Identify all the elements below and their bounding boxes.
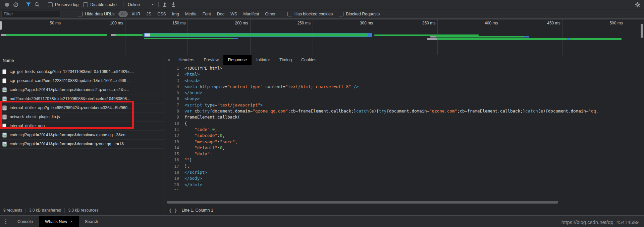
timeline-tick-label: 250 ms	[284, 21, 311, 25]
request-row[interactable]: cgi_personal_card?uin=1223411083&fupdate…	[0, 76, 164, 85]
timeline-tick-label: 450 ms	[534, 21, 560, 25]
clear-button[interactable]	[11, 1, 20, 9]
braces-icon: { }	[169, 208, 177, 213]
close-detail-button[interactable]: ×	[164, 55, 174, 65]
tab-timing[interactable]: Timing	[275, 55, 297, 65]
timeline-tick-label: 400 ms	[471, 21, 498, 25]
line-number: 14	[164, 145, 184, 151]
tab-headers[interactable]: Headers	[174, 55, 199, 65]
type-filter-manifest[interactable]: Manifest	[241, 11, 261, 17]
request-row[interactable]: code.cgi?appid=20141&platform=pc&domain=…	[0, 85, 164, 94]
type-filter-js[interactable]: JS	[144, 11, 154, 17]
drawer-menu-button[interactable]	[0, 216, 11, 227]
throttling-dropdown[interactable]: Online	[128, 2, 154, 7]
drawer-tab-bar: ConsoleWhat's New×Search	[0, 215, 644, 227]
timeline-gridline	[375, 19, 375, 55]
type-filter-all[interactable]: All	[118, 11, 128, 17]
request-table: Name cgi_get_feeds_count.cgi?uin=1223411…	[0, 55, 164, 205]
tab-initiator[interactable]: Initiator	[252, 55, 275, 65]
devtools-network-panel: Preserve log Disable cache Online	[0, 0, 644, 227]
status-bar: 9 requests3.0 kB transferred3.3 kB resou…	[0, 205, 644, 215]
img-file-icon	[2, 141, 7, 147]
timeline-tick-label: 150 ms	[159, 21, 185, 25]
request-row[interactable]: code.cgi?appid=20141&platform=pc&domain=…	[0, 140, 164, 149]
export-har-button[interactable]	[169, 1, 178, 9]
type-filter-ws[interactable]: WS	[228, 11, 239, 17]
throttling-value: Online	[128, 2, 140, 7]
type-filter-doc[interactable]: Doc	[215, 11, 227, 17]
line-number: 6	[164, 96, 184, 102]
line-number: 11	[164, 127, 184, 133]
waterfall-bar-green	[6, 34, 107, 36]
drawer-tab-what-s-new[interactable]: What's New×	[39, 216, 79, 227]
timeline-gridline	[625, 19, 625, 55]
request-name: cgi_get_feeds_count.cgi?uin=1223411083&r…	[10, 69, 134, 74]
hide-data-urls-label: Hide data URLs	[85, 12, 114, 16]
filter-toggle-button[interactable]	[24, 1, 33, 9]
red-highlight-annotation	[0, 101, 134, 129]
type-filter-xhr[interactable]: XHR	[129, 11, 143, 17]
drawer-tab-console[interactable]: Console	[11, 216, 39, 227]
line-number: 13	[164, 139, 184, 145]
drawer-tab-search[interactable]: Search	[79, 216, 104, 227]
chevron-down-icon	[151, 4, 154, 5]
import-har-button[interactable]	[160, 1, 169, 9]
request-row[interactable]: cgi_get_feeds_count.cgi?uin=1223411083&r…	[0, 67, 164, 76]
close-icon[interactable]: ×	[70, 219, 73, 224]
code-line: 4<meta http-equiv="content-type" content…	[164, 84, 644, 90]
preserve-log-checkbox[interactable]	[48, 2, 53, 7]
code-line: 5</head>	[164, 90, 644, 96]
waterfall-bar-green	[437, 38, 567, 40]
tab-response[interactable]: Response	[223, 55, 252, 65]
type-filter-font[interactable]: Font	[200, 11, 213, 17]
waterfall-bar-gray	[430, 36, 436, 37]
code-line: 15 "data":	[164, 151, 644, 157]
line-number: 5	[164, 90, 184, 96]
request-row[interactable]: code.cgi?appid=20141&platform=pc&domain=…	[0, 131, 164, 140]
tab-cookies[interactable]: Cookies	[297, 55, 321, 65]
clear-icon	[13, 2, 18, 7]
timeline-tick-label: 100 ms	[96, 21, 123, 25]
line-number: 1	[164, 65, 184, 71]
search-button[interactable]	[33, 1, 41, 9]
response-code-view[interactable]: 1<!DOCTYPE html>2<html>3<head>4<meta htt…	[164, 65, 644, 190]
overview-left-scroll-thumb[interactable]	[0, 21, 2, 30]
gear-icon	[635, 2, 641, 8]
code-line: 1<!DOCTYPE html>	[164, 65, 644, 71]
tab-preview[interactable]: Preview	[199, 55, 223, 65]
blocked-requests-checkbox[interactable]	[339, 12, 343, 16]
blocked-requests-label: Blocked Requests	[346, 12, 380, 16]
line-number: 8	[164, 108, 184, 114]
toolbar-divider	[158, 2, 159, 7]
code-line: 10{	[164, 121, 644, 127]
timeline-tick-label: 350 ms	[409, 21, 435, 25]
type-filter-media[interactable]: Media	[183, 11, 199, 17]
network-overview-timeline[interactable]: 50 ms100 ms150 ms200 ms250 ms300 ms350 m…	[0, 19, 644, 56]
line-number: 3	[164, 78, 184, 84]
settings-button[interactable]	[635, 2, 641, 8]
timeline-tick-label: 500 ms	[596, 21, 623, 25]
filter-input[interactable]	[1, 11, 60, 18]
record-button[interactable]	[3, 1, 11, 9]
type-filter-css[interactable]: CSS	[155, 11, 168, 17]
overview-right-scroll-thumb[interactable]	[641, 24, 643, 38]
code-line: 12 "subcode":0,	[164, 133, 644, 139]
code-line: 7<script type="text/javascript">	[164, 102, 644, 108]
has-blocked-cookies-checkbox[interactable]	[287, 12, 292, 16]
request-detail-panel: × HeadersPreviewResponseInitiatorTimingC…	[164, 55, 644, 205]
hide-data-urls-checkbox[interactable]	[78, 12, 83, 16]
request-name: code.cgi?appid=20141&platform=pc&domain=…	[10, 142, 127, 146]
code-line: 8var cb;try{document.domain="qzone.qq.co…	[164, 108, 644, 114]
code-line: 20</html>	[164, 182, 644, 188]
name-column-header[interactable]: Name	[0, 55, 164, 66]
line-number: 17	[164, 163, 184, 169]
line-number: 21	[164, 188, 184, 190]
code-line: 21	[164, 188, 644, 190]
waterfall-bar-green	[144, 38, 234, 39]
type-filter-img[interactable]: Img	[170, 11, 181, 17]
network-filter-bar: Hide data URLs AllXHRJSCSSImgMediaFontDo…	[0, 10, 644, 19]
toolbar-divider	[123, 2, 123, 7]
disable-cache-checkbox[interactable]	[83, 2, 88, 7]
type-filter-other[interactable]: Other	[263, 11, 278, 17]
horizontal-scrollbar-thumb[interactable]	[167, 201, 558, 204]
